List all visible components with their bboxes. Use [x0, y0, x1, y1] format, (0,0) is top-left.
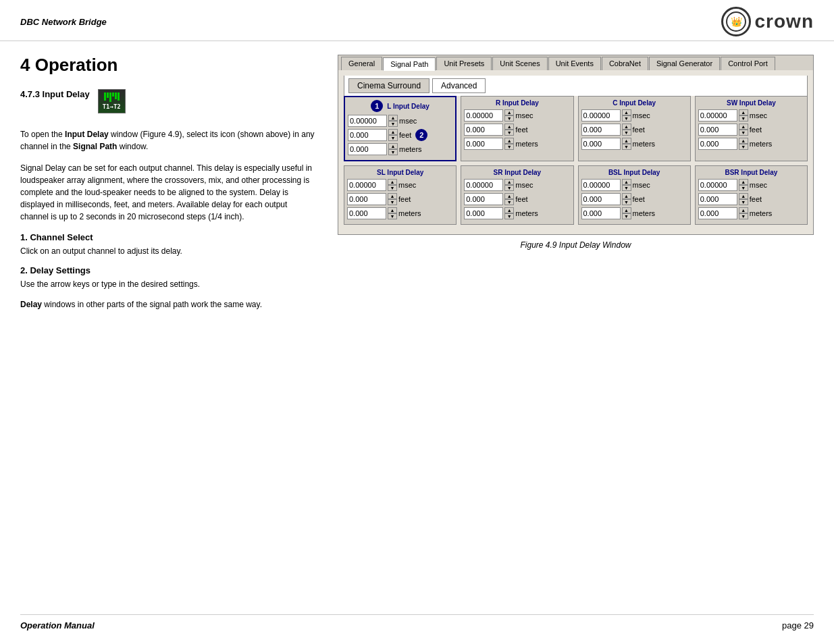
- spinner-up-r-msec[interactable]: ▲: [504, 109, 514, 115]
- spinner-down-sr-meters[interactable]: ▼: [504, 213, 514, 219]
- spinner-up-sl-feet[interactable]: ▲: [388, 193, 397, 199]
- spinner-up-bsl-meters[interactable]: ▲: [622, 207, 631, 213]
- spinner-up-sr-msec[interactable]: ▲: [504, 179, 514, 185]
- delay-input-sw-meters[interactable]: [698, 138, 737, 150]
- spinner-bsl-msec[interactable]: ▲ ▼: [622, 179, 631, 191]
- delay-input-sr-meters[interactable]: [464, 207, 503, 219]
- spinner-up-l-feet[interactable]: ▲: [388, 129, 398, 135]
- spinner-sw-meters[interactable]: ▲ ▼: [739, 138, 748, 150]
- delay-input-bsr-meters[interactable]: [698, 207, 737, 219]
- spinner-down-l-feet[interactable]: ▼: [388, 135, 398, 141]
- delay-input-l-feet[interactable]: [348, 129, 387, 141]
- spinner-down-sw-feet[interactable]: ▼: [739, 130, 748, 136]
- delay-input-sl-feet[interactable]: [347, 193, 386, 205]
- spinner-sl-meters[interactable]: ▲ ▼: [388, 207, 397, 219]
- delay-input-sw-feet[interactable]: [698, 124, 737, 136]
- delay-input-r-meters[interactable]: [464, 138, 503, 150]
- spinner-sl-msec[interactable]: ▲ ▼: [388, 179, 397, 191]
- sub-tab-cinema-surround[interactable]: Cinema Surround: [348, 78, 429, 93]
- delay-input-bsr-msec[interactable]: [698, 179, 737, 191]
- spinner-up-sw-msec[interactable]: ▲: [739, 109, 748, 115]
- spinner-up-bsl-feet[interactable]: ▲: [622, 193, 631, 199]
- spinner-up-bsr-msec[interactable]: ▲: [739, 179, 748, 185]
- sub-tab-advanced[interactable]: Advanced: [432, 78, 486, 93]
- delay-input-sl-meters[interactable]: [347, 207, 386, 219]
- spinner-r-feet[interactable]: ▲ ▼: [504, 124, 514, 136]
- delay-input-l-meters[interactable]: [348, 143, 387, 155]
- spinner-l-msec[interactable]: ▲ ▼: [388, 115, 398, 127]
- spinner-down-sr-msec[interactable]: ▼: [504, 185, 514, 191]
- tab-signal-path[interactable]: Signal Path: [383, 57, 436, 71]
- spinner-up-c-feet[interactable]: ▲: [622, 124, 631, 130]
- spinner-sw-feet[interactable]: ▲ ▼: [739, 124, 748, 136]
- delay-input-sr-msec[interactable]: [464, 179, 503, 191]
- spinner-down-l-meters[interactable]: ▼: [388, 149, 398, 155]
- spinner-up-sw-feet[interactable]: ▲: [739, 124, 748, 130]
- spinner-up-c-msec[interactable]: ▲: [622, 109, 631, 115]
- spinner-c-msec[interactable]: ▲ ▼: [622, 109, 631, 122]
- delay-input-sw-msec[interactable]: [698, 109, 737, 122]
- delay-input-sl-msec[interactable]: [347, 179, 386, 191]
- spinner-down-r-feet[interactable]: ▼: [504, 130, 514, 136]
- delay-input-r-msec[interactable]: [464, 109, 503, 122]
- spinner-bsr-msec[interactable]: ▲ ▼: [739, 179, 748, 191]
- tab-general[interactable]: General: [341, 57, 382, 70]
- spinner-r-meters[interactable]: ▲ ▼: [504, 138, 514, 150]
- delay-input-c-meters[interactable]: [581, 138, 621, 150]
- spinner-r-msec[interactable]: ▲ ▼: [504, 109, 514, 122]
- spinner-down-sl-feet[interactable]: ▼: [388, 199, 397, 205]
- delay-input-r-feet[interactable]: [464, 124, 503, 136]
- spinner-up-sw-meters[interactable]: ▲: [739, 138, 748, 144]
- spinner-down-bsr-feet[interactable]: ▼: [739, 199, 748, 205]
- spinner-bsl-meters[interactable]: ▲ ▼: [622, 207, 631, 219]
- spinner-sw-msec[interactable]: ▲ ▼: [739, 109, 748, 122]
- spinner-down-r-meters[interactable]: ▼: [504, 144, 514, 150]
- spinner-down-bsr-meters[interactable]: ▼: [739, 213, 748, 219]
- spinner-down-sl-meters[interactable]: ▼: [388, 213, 397, 219]
- spinner-l-feet[interactable]: ▲ ▼: [388, 129, 398, 141]
- spinner-up-l-msec[interactable]: ▲: [388, 115, 398, 121]
- tab-unit-scenes[interactable]: Unit Scenes: [492, 57, 547, 70]
- spinner-up-c-meters[interactable]: ▲: [622, 138, 631, 144]
- spinner-up-sr-meters[interactable]: ▲: [504, 207, 514, 213]
- spinner-down-c-meters[interactable]: ▼: [622, 144, 631, 150]
- spinner-down-sl-msec[interactable]: ▼: [388, 185, 397, 191]
- spinner-c-feet[interactable]: ▲ ▼: [622, 124, 631, 136]
- spinner-down-bsr-msec[interactable]: ▼: [739, 185, 748, 191]
- spinner-down-sw-meters[interactable]: ▼: [739, 144, 748, 150]
- spinner-up-sl-msec[interactable]: ▲: [388, 179, 397, 185]
- delay-input-bsl-meters[interactable]: [581, 207, 621, 219]
- spinner-sl-feet[interactable]: ▲ ▼: [388, 193, 397, 205]
- delay-input-bsl-feet[interactable]: [581, 193, 621, 205]
- spinner-down-bsl-feet[interactable]: ▼: [622, 199, 631, 205]
- tab-unit-presets[interactable]: Unit Presets: [436, 57, 492, 70]
- tab-control-port[interactable]: Control Port: [721, 57, 775, 70]
- spinner-down-c-msec[interactable]: ▼: [622, 115, 631, 122]
- delay-input-bsl-msec[interactable]: [581, 179, 621, 191]
- delay-input-c-feet[interactable]: [581, 124, 621, 136]
- spinner-up-r-meters[interactable]: ▲: [504, 138, 514, 144]
- tab-signal-generator[interactable]: Signal Generator: [649, 57, 720, 70]
- spinner-c-meters[interactable]: ▲ ▼: [622, 138, 631, 150]
- delay-input-c-msec[interactable]: [581, 109, 621, 122]
- spinner-down-sr-feet[interactable]: ▼: [504, 199, 514, 205]
- spinner-sr-feet[interactable]: ▲ ▼: [504, 193, 514, 205]
- delay-input-l-msec[interactable]: [348, 115, 387, 127]
- spinner-l-meters[interactable]: ▲ ▼: [388, 143, 398, 155]
- spinner-up-sl-meters[interactable]: ▲: [388, 207, 397, 213]
- spinner-down-bsl-meters[interactable]: ▼: [622, 213, 631, 219]
- spinner-down-sw-msec[interactable]: ▼: [739, 115, 748, 122]
- tab-unit-events[interactable]: Unit Events: [548, 57, 601, 70]
- spinner-up-bsr-meters[interactable]: ▲: [739, 207, 748, 213]
- spinner-bsl-feet[interactable]: ▲ ▼: [622, 193, 631, 205]
- spinner-down-r-msec[interactable]: ▼: [504, 115, 514, 122]
- spinner-up-l-meters[interactable]: ▲: [388, 143, 398, 149]
- spinner-up-bsr-feet[interactable]: ▲: [739, 193, 748, 199]
- spinner-up-r-feet[interactable]: ▲: [504, 124, 514, 130]
- spinner-bsr-meters[interactable]: ▲ ▼: [739, 207, 748, 219]
- spinner-down-c-feet[interactable]: ▼: [622, 130, 631, 136]
- spinner-down-l-msec[interactable]: ▼: [388, 121, 398, 127]
- spinner-bsr-feet[interactable]: ▲ ▼: [739, 193, 748, 205]
- spinner-down-bsl-msec[interactable]: ▼: [622, 185, 631, 191]
- delay-input-sr-feet[interactable]: [464, 193, 503, 205]
